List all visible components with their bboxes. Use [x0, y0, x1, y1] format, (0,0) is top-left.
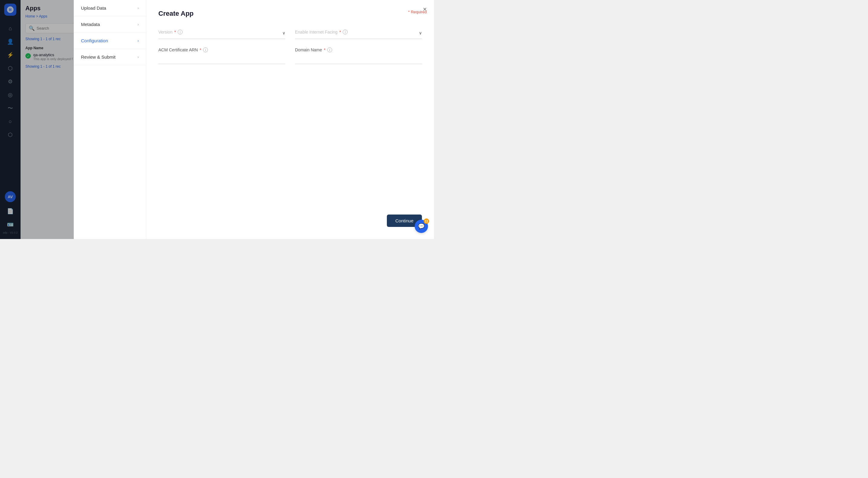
modal-form-area: Create App × * Required Version * i ∨ En…	[146, 0, 434, 239]
internet-facing-field: Enable Internet Facing * i ∨	[295, 27, 422, 39]
domain-info-icon[interactable]: i	[327, 47, 332, 52]
menu-item-review-submit[interactable]: Review & Submit ›	[74, 49, 146, 65]
required-note: * Required	[408, 10, 427, 14]
domain-field: Domain Name * i	[295, 47, 422, 64]
menu-item-configuration-label: Configuration	[81, 38, 108, 43]
form-row-2: ACM Certificate ARN * i Domain Name * i	[158, 47, 422, 64]
modal-menu: Upload Data › Metadata › Configuration ›…	[74, 0, 146, 239]
internet-facing-select[interactable]: Enable Internet Facing * i ∨	[295, 27, 422, 39]
menu-item-metadata[interactable]: Metadata ›	[74, 16, 146, 33]
menu-item-configuration[interactable]: Configuration ›	[74, 33, 146, 49]
chevron-right-icon: ›	[137, 39, 139, 43]
acm-required-star: *	[200, 47, 201, 52]
version-required-star: *	[175, 30, 176, 34]
chat-bubble[interactable]: 💬 11	[415, 220, 428, 233]
menu-item-metadata-label: Metadata	[81, 22, 100, 27]
modal-title: Create App	[158, 10, 422, 18]
chevron-right-icon: ›	[137, 6, 139, 10]
chat-badge: 11	[424, 219, 429, 224]
internet-facing-label: Enable Internet Facing * i	[295, 30, 347, 34]
menu-item-upload-data-label: Upload Data	[81, 5, 106, 10]
chevron-right-icon: ›	[137, 55, 139, 59]
version-select[interactable]: Version * i ∨	[158, 27, 285, 39]
domain-label: Domain Name * i	[295, 47, 422, 52]
internet-facing-chevron-down-icon: ∨	[419, 31, 422, 35]
version-field: Version * i ∨	[158, 27, 285, 39]
form-row-1: Version * i ∨ Enable Internet Facing * i…	[158, 27, 422, 39]
domain-input[interactable]	[295, 54, 422, 64]
acm-label: ACM Certificate ARN * i	[158, 47, 285, 52]
domain-required-star: *	[324, 47, 325, 52]
version-chevron-down-icon: ∨	[282, 31, 285, 35]
chevron-right-icon: ›	[137, 22, 139, 27]
acm-input[interactable]	[158, 54, 285, 64]
acm-field: ACM Certificate ARN * i	[158, 47, 285, 64]
version-label: Version * i	[158, 30, 183, 34]
internet-facing-info-icon[interactable]: i	[343, 30, 347, 34]
modal: Upload Data › Metadata › Configuration ›…	[74, 0, 434, 239]
acm-info-icon[interactable]: i	[203, 47, 208, 52]
menu-item-upload-data[interactable]: Upload Data ›	[74, 0, 146, 16]
version-info-icon[interactable]: i	[178, 30, 183, 34]
internet-facing-required-star: *	[339, 30, 341, 34]
menu-item-review-submit-label: Review & Submit	[81, 54, 116, 60]
